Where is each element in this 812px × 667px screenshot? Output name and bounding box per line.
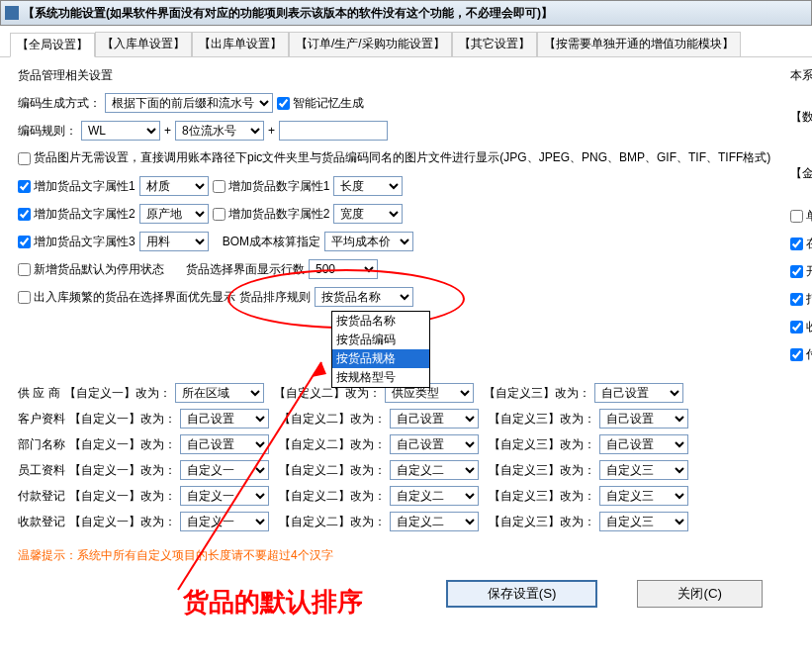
attr3-label: 增加货品文字属性3	[34, 234, 135, 250]
pic-note-label: 货品图片无需设置，直接调用账本路径下pic文件夹里与货品编码同名的图片文件进行显…	[34, 150, 770, 166]
tab-order[interactable]: 【订单/生产/采购功能设置】	[289, 32, 452, 56]
new-stop-label: 新增货品默认为停用状态	[34, 261, 164, 278]
c6-checkbox[interactable]	[790, 293, 803, 306]
tab-addon[interactable]: 【按需要单独开通的增值功能模块】	[537, 32, 741, 56]
c6-label: 打印时显示公司LOGO图片	[806, 291, 812, 308]
crow3-s1[interactable]: 自定义一	[180, 460, 269, 480]
sort-opt-1[interactable]: 按货品编码	[332, 331, 429, 349]
plus-1: +	[164, 124, 171, 138]
crow1-label: 客户资料	[18, 411, 65, 428]
smart-gen-checkbox[interactable]	[277, 97, 290, 110]
c4-label: 开启库存报警提示功能	[806, 263, 812, 280]
attr2-label: 增加货品文字属性2	[34, 206, 135, 223]
pic-checkbox[interactable]	[18, 152, 31, 165]
crow5-s1[interactable]: 自定义一	[180, 512, 269, 531]
crow1-s3[interactable]: 自己设置	[599, 409, 688, 429]
attr1-label: 增加货品文字属性1	[34, 178, 135, 195]
crow1-s2[interactable]: 自己设置	[390, 409, 479, 429]
num2-label: 增加货品数字属性2	[228, 206, 330, 223]
attr2-checkbox[interactable]	[18, 208, 31, 221]
c2-label: 在主界面显示右侧快捷菜单	[806, 236, 812, 252]
crow2-s2[interactable]: 自己设置	[390, 434, 479, 454]
close-button[interactable]: 关闭(C)	[637, 580, 763, 608]
enc-suffix-input[interactable]	[279, 121, 388, 141]
titlebar: 【系统功能设置(如果软件界面没有对应的功能项则表示该版本的软件没有这个功能，不必…	[0, 0, 812, 26]
col1-label-0: 【自定义一】改为：	[64, 385, 171, 402]
col3-label-4: 【自定义三】改为：	[489, 488, 595, 505]
sort-rule-dropdown-list[interactable]: 按货品名称 按货品编码 按货品规格 按规格型号	[331, 311, 430, 388]
attr2-select[interactable]: 原产地	[139, 204, 209, 224]
bom-select[interactable]: 平均成本价	[324, 232, 413, 251]
inout-priority-checkbox[interactable]	[18, 291, 31, 304]
col3-label-1: 【自定义三】改为：	[489, 411, 595, 428]
attr3-checkbox[interactable]	[18, 236, 31, 248]
smart-gen-label: 智能记忆生成	[293, 95, 364, 112]
col2-label-5: 【自定义二】改为：	[279, 514, 386, 530]
bom-label: BOM成本核算指定	[223, 234, 320, 250]
crow5-label: 收款登记	[18, 514, 65, 530]
show-rows-label: 货品选择界面显示行数	[186, 261, 305, 278]
c7-checkbox[interactable]	[790, 321, 803, 334]
attr3-select[interactable]: 用料	[139, 232, 209, 251]
num2-select[interactable]: 宽度	[333, 204, 403, 224]
crow4-s3[interactable]: 自定义三	[599, 486, 688, 506]
c1-checkbox[interactable]	[790, 210, 803, 223]
crow2-s3[interactable]: 自己设置	[599, 434, 688, 454]
amount-label: 【金额】保留	[790, 165, 812, 182]
new-stop-checkbox[interactable]	[18, 263, 31, 276]
attr1-checkbox[interactable]	[18, 180, 31, 193]
sort-rule-select[interactable]: 按货品名称	[315, 287, 413, 307]
col3-label-2: 【自定义三】改为：	[489, 436, 595, 453]
crow5-s2[interactable]: 自定义二	[390, 512, 479, 531]
col2-label-1: 【自定义二】改为：	[279, 411, 386, 428]
enc-method-select[interactable]: 根据下面的前后缀和流水号生成编	[105, 93, 273, 113]
show-rows-select[interactable]: 500	[309, 259, 378, 279]
crow4-s2[interactable]: 自定义二	[390, 486, 479, 506]
c9-checkbox[interactable]	[790, 348, 803, 361]
crow1-s1[interactable]: 自己设置	[180, 409, 269, 429]
enc-rule-label: 编码规则：	[18, 123, 77, 140]
num1-checkbox[interactable]	[213, 180, 226, 193]
num1-select[interactable]: 长度	[333, 176, 403, 196]
crow0-s3[interactable]: 自己设置	[594, 383, 683, 403]
sort-rule-label: 货品排序规则	[239, 289, 311, 306]
c2-checkbox[interactable]	[790, 238, 803, 250]
c7-label: 收款登记保存后自动审核	[806, 319, 812, 335]
annotation-text: 货品的默认排序	[183, 585, 363, 616]
right-section-title: 本系统中的通用设置项目	[790, 67, 812, 84]
sort-opt-3[interactable]: 按规格型号	[332, 368, 429, 387]
tab-outbound[interactable]: 【出库单设置】	[192, 32, 289, 56]
c4-checkbox[interactable]	[790, 265, 803, 278]
crow4-s1[interactable]: 自定义一	[180, 486, 269, 506]
save-button[interactable]: 保存设置(S)	[446, 580, 598, 608]
col1-label-2: 【自定义一】改为：	[69, 436, 176, 453]
crow4-label: 付款登记	[18, 488, 65, 505]
col2-label-2: 【自定义二】改为：	[279, 436, 386, 453]
plus-2: +	[268, 124, 275, 138]
tab-inbound[interactable]: 【入库单设置】	[95, 32, 192, 56]
col2-label-4: 【自定义二】改为：	[279, 488, 386, 505]
crow5-s3[interactable]: 自定义三	[599, 512, 688, 531]
num2-checkbox[interactable]	[213, 208, 226, 221]
crow3-s3[interactable]: 自定义三	[599, 460, 688, 480]
col3-label-3: 【自定义三】改为：	[489, 462, 595, 479]
col1-label-4: 【自定义一】改为：	[69, 488, 176, 505]
sort-opt-2[interactable]: 按货品规格	[332, 349, 429, 368]
sort-opt-0[interactable]: 按货品名称	[332, 312, 429, 331]
crow0-s1[interactable]: 所在区域	[175, 383, 264, 403]
col1-label-3: 【自定义一】改为：	[69, 462, 176, 479]
enc-mid-select[interactable]: 8位流水号	[175, 121, 264, 141]
crow0-label: 供 应 商	[18, 385, 60, 402]
crow3-s2[interactable]: 自定义二	[390, 460, 479, 480]
c9-label: 付款登记保存后自动审核	[806, 346, 812, 363]
tab-other[interactable]: 【其它设置】	[452, 32, 537, 56]
num1-label: 增加货品数字属性1	[228, 178, 330, 195]
crow2-s1[interactable]: 自己设置	[180, 434, 269, 454]
title-text: 【系统功能设置(如果软件界面没有对应的功能项则表示该版本的软件没有这个功能，不必…	[23, 5, 553, 22]
col1-label-5: 【自定义一】改为：	[69, 514, 176, 530]
col3-label-0: 【自定义三】改为：	[484, 385, 590, 402]
warning-text: 温馨提示：系统中所有自定义项目的长度请不要超过4个汉字	[0, 539, 812, 572]
enc-prefix-select[interactable]: WL	[81, 121, 160, 141]
attr1-select[interactable]: 材质	[139, 176, 209, 196]
tab-global[interactable]: 【全局设置】	[10, 33, 95, 57]
